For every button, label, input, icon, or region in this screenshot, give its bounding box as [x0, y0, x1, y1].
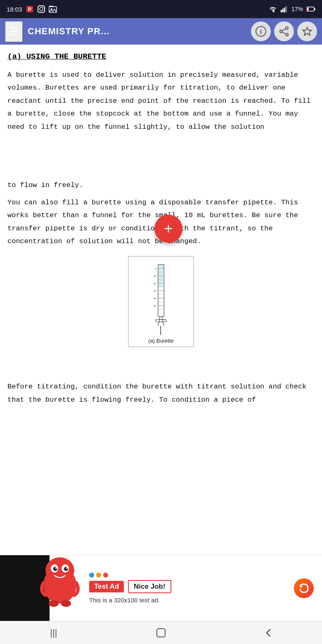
section-title: (a) USING THE BURETTE [7, 52, 315, 61]
ad-description: This is a 320x100 test ad. [89, 597, 171, 604]
svg-rect-8 [281, 10, 282, 12]
svg-point-20 [286, 33, 288, 36]
burette-illustration: 0 -10 -20 -30 -40 -50 [149, 261, 173, 335]
home-nav-button[interactable] [149, 625, 173, 641]
status-left: 18:03 P [7, 5, 57, 13]
paragraph-1: A burette is used to deliver solution in… [7, 69, 315, 133]
time-display: 18:03 [7, 6, 22, 13]
svg-point-18 [286, 27, 288, 29]
gallery-icon [49, 5, 57, 13]
section-title-text: USING THE BURETTE [26, 52, 107, 61]
battery-icon [306, 6, 315, 12]
svg-line-22 [282, 32, 286, 34]
ad-subtitle: Nice Job! [128, 580, 171, 593]
svg-rect-6 [49, 6, 53, 7]
svg-rect-13 [307, 8, 309, 11]
star-button[interactable] [297, 21, 317, 41]
status-right: 17% [268, 6, 315, 12]
svg-text:-20: -20 [153, 282, 156, 285]
svg-line-21 [282, 29, 286, 31]
svg-text:-30: -30 [153, 290, 156, 292]
image-section: 0 -10 -20 -30 -40 -50 [7, 256, 315, 347]
svg-rect-9 [282, 9, 284, 12]
ad-content: Test Ad Nice Job! This is a 320x100 test… [50, 568, 322, 608]
svg-rect-57 [157, 629, 165, 637]
svg-point-56 [61, 600, 71, 607]
svg-rect-2 [38, 6, 45, 12]
svg-text:-50: -50 [153, 305, 156, 307]
main-content: (a) USING THE BURETTE A burette is used … [0, 45, 322, 493]
svg-rect-43 [156, 320, 166, 322]
paragraph-4: Before titrating, condition the burette … [7, 380, 315, 406]
svg-point-3 [40, 7, 43, 11]
back-nav-button[interactable] [256, 625, 281, 641]
menu-button[interactable]: ☰ [5, 21, 23, 42]
ad-dot-blue [89, 573, 94, 578]
status-bar: 18:03 P 17% [0, 0, 322, 18]
svg-rect-46 [159, 265, 164, 287]
section-label: (a) [7, 52, 21, 61]
battery-percent: 17% [291, 6, 303, 12]
svg-point-48 [45, 557, 74, 584]
bottom-spacer [7, 410, 315, 493]
instagram-icon [37, 5, 45, 13]
recents-nav-button[interactable]: ||| [41, 625, 66, 641]
svg-point-19 [280, 30, 282, 33]
burette-image-box: 0 -10 -20 -30 -40 -50 [128, 256, 194, 347]
ad-dot-orange [96, 573, 101, 578]
app-bar: ☰ CHEMISTRY PR... i [0, 18, 322, 45]
content-gap [7, 137, 315, 179]
svg-point-53 [55, 567, 57, 569]
svg-text:0: 0 [155, 268, 156, 270]
ad-brand-icon [294, 578, 314, 598]
svg-point-4 [43, 7, 43, 8]
spacer [7, 355, 315, 380]
svg-text:i: i [260, 28, 262, 35]
ad-title: Test Ad [89, 581, 124, 592]
svg-marker-45 [160, 334, 161, 336]
parking-icon: P [26, 5, 34, 13]
svg-text:-40: -40 [153, 297, 156, 300]
ad-text-area: Test Ad Nice Job! This is a 320x100 test… [89, 580, 171, 604]
app-bar-actions: i [251, 21, 317, 41]
bottom-nav: ||| [0, 621, 322, 644]
image-caption: (a) Burette [148, 338, 173, 344]
info-button[interactable]: i [251, 21, 271, 41]
svg-rect-11 [286, 6, 287, 12]
svg-point-55 [49, 600, 59, 607]
svg-point-51 [53, 567, 57, 571]
app-bar-title: CHEMISTRY PR... [28, 26, 246, 37]
ad-dot-red [103, 573, 108, 578]
svg-point-52 [64, 567, 68, 571]
svg-text:-10: -10 [153, 275, 156, 277]
svg-rect-14 [314, 8, 315, 10]
ad-banner[interactable]: Test Ad Nice Job! This is a 320x100 test… [0, 555, 322, 621]
svg-marker-23 [303, 27, 312, 36]
paragraph-2: to flow in freely. [7, 179, 315, 192]
share-button[interactable] [274, 21, 294, 41]
signal-icon [281, 6, 288, 12]
svg-text:P: P [28, 7, 31, 12]
svg-point-54 [66, 567, 68, 569]
ad-dots [89, 573, 171, 578]
fab-button[interactable]: + [154, 215, 182, 243]
ad-monster-icon [37, 555, 83, 608]
svg-rect-10 [284, 7, 285, 12]
wifi-icon [268, 6, 277, 12]
